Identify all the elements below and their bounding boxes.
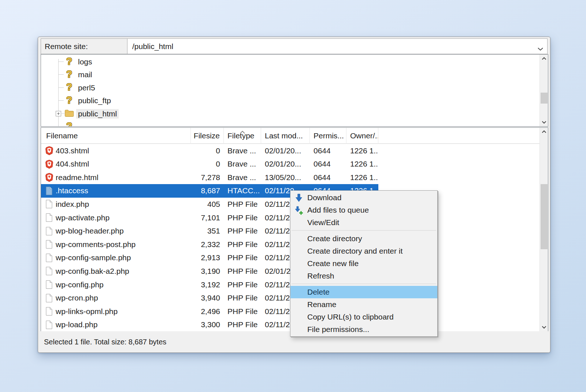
filetype-text: PHP File [227,213,257,222]
tree-item-label: mail [76,70,94,79]
menu-item-download[interactable]: Download [290,191,437,204]
permissions-cell: 0644 [310,171,346,184]
filesize-text: 3,190 [201,267,220,276]
column-header-label: Last mod... [265,131,303,140]
folder-icon [64,108,74,119]
menu-item-label: Add files to queue [307,206,369,214]
menu-item-delete[interactable]: Delete [290,286,437,298]
owner-text: 1226 1... [350,146,378,155]
menu-item-label: File permissions... [307,325,369,334]
scroll-down-icon[interactable] [540,323,548,331]
filename-text: wp-config.php [56,280,104,289]
menu-item-view-edit[interactable]: View/Edit [290,216,437,229]
filename-cell: .htaccess [42,184,191,198]
file-row[interactable]: 404.shtml0Brave ...02/01/20...06441226 1… [41,157,378,171]
filename-cell: 404.shtml [42,157,191,171]
expand-toggle-icon[interactable] [56,111,61,116]
filetype-text: PHP File [227,307,257,316]
scrollbar-thumb[interactable] [541,93,548,104]
filename-cell: wp-config.bak-a2.php [42,264,191,278]
tree-item-label: public_html [76,109,119,119]
column-header-filesize[interactable]: Filesize [191,128,224,144]
menu-item-copy-url-s-to-clipboard[interactable]: Copy URL(s) to clipboard [290,311,437,323]
filetype-cell: PHP File [224,305,261,318]
tree-scrollbar[interactable] [539,55,548,126]
filetype-text: PHP File [227,320,257,329]
last_modified-text: 02/01/20... [265,146,301,155]
last_modified-text: 02/11/2 [265,240,290,249]
filetype-text: PHP File [227,267,257,276]
scrollbar-thumb[interactable] [541,184,548,249]
file-row[interactable]: 403.shtml0Brave ...02/01/20...06441226 1… [41,144,378,157]
column-header-label: Filename [46,131,78,140]
owner-cell: 1226 1... [346,157,378,171]
filesize-text: 8,687 [201,186,220,195]
filename-text: index.php [56,200,89,209]
menu-item-file-permissions[interactable]: File permissions... [290,323,437,336]
filesize-text: 3,300 [201,320,220,329]
column-header-filename[interactable]: Filename [42,128,191,144]
last_modified-text: 02/11/2 [265,213,290,222]
filesize-cell: 3,192 [191,278,224,291]
owner-text: 1226 1... [350,160,378,168]
question-folder-icon: ? [64,95,74,105]
tree-item-public_ftp[interactable]: ?public_ftp [41,94,261,107]
tree-item-public_html[interactable]: public_html [41,107,261,120]
tree-item-partial[interactable]: ? [41,120,261,127]
filename-text: readme.html [56,173,99,182]
filesize-cell: 3,940 [191,291,224,305]
column-header-permissions[interactable]: Permis... [310,128,346,144]
filetype-cell: Brave ... [224,171,261,184]
last_modified-cell: 02/01/20... [261,144,310,157]
scroll-up-icon[interactable] [540,55,548,63]
menu-item-label: Rename [307,300,336,309]
filename-text: wp-config.bak-a2.php [56,267,129,276]
menu-item-create-directory-and-enter-it[interactable]: Create directory and enter it [290,245,437,257]
scroll-down-icon[interactable] [540,118,548,126]
status-text: Selected 1 file. Total size: 8,687 bytes [44,338,166,346]
menu-item-rename[interactable]: Rename [290,298,437,311]
remote-site-bar: Remote site: /public_html [41,38,548,54]
permissions-cell: 0644 [310,144,346,157]
permissions-text: 0644 [314,146,331,155]
file-row[interactable]: readme.html7,278Brave ...13/05/20...0644… [41,171,378,184]
filesize-cell: 2,913 [191,251,224,265]
filename-cell: wp-blog-header.php [42,224,191,238]
filesize-cell: 2,496 [191,305,224,318]
menu-separator [290,229,437,232]
question-folder-icon: ? [64,82,74,93]
filesize-cell: 7,278 [191,171,224,184]
file-list-header: FilenameFilesizeFiletypeLast mod...Permi… [41,128,539,144]
remote-site-label-text: Remote site: [45,42,88,51]
column-header-last_modified[interactable]: Last mod... [261,128,310,144]
filesize-text: 0 [216,160,220,168]
filename-text: 403.shtml [56,146,89,155]
column-header-label: Filesize [194,131,220,140]
menu-item-add-files-to-queue[interactable]: Add files to queue [290,204,437,216]
menu-item-create-directory[interactable]: Create directory [290,232,437,245]
menu-item-create-new-file[interactable]: Create new file [290,257,437,270]
remote-site-combobox[interactable]: /public_html [127,38,548,54]
chevron-down-icon[interactable] [537,44,544,53]
filetype-text: PHP File [227,294,257,302]
file-list-scrollbar[interactable] [539,128,548,331]
menu-item-refresh[interactable]: Refresh [290,270,437,282]
filetype-cell: PHP File [224,264,261,278]
scroll-up-icon[interactable] [540,128,548,136]
filetype-text: PHP File [227,200,257,209]
filename-text: wp-load.php [56,320,97,329]
filename-cell: wp-load.php [42,318,191,332]
last_modified-text: 02/11/2 [265,200,290,209]
filename-cell: index.php [42,197,191,211]
column-header-label: Owner/... [350,131,378,140]
tree-item-logs[interactable]: ?logs [41,55,261,68]
filetype-cell: PHP File [224,197,261,211]
menu-item-label: Create directory [307,234,362,243]
tree-item-mail[interactable]: ?mail [41,68,261,81]
column-header-owner[interactable]: Owner/... [346,128,378,144]
last_modified-cell: 13/05/20... [261,171,310,184]
filetype-text: PHP File [227,227,257,235]
tree-item-perl5[interactable]: ?perl5 [41,81,261,94]
last_modified-cell: 02/01/20... [261,157,310,171]
owner-cell: 1226 1... [346,144,378,157]
